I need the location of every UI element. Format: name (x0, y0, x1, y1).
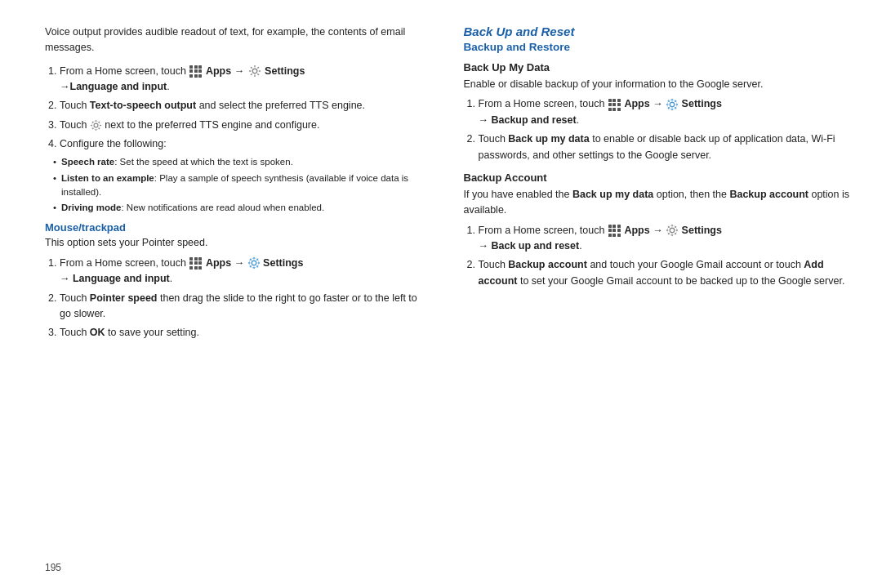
back-up-my-data-intro: Enable or disable backup of your informa… (464, 77, 850, 92)
arrow-1: → (234, 65, 247, 77)
steps-list-1: From a Home screen, touch Apps → Setting… (45, 64, 431, 153)
mouse-step-2: Touch Pointer speed then drag the slide … (60, 291, 431, 323)
svg-point-2 (252, 69, 257, 74)
svg-point-3 (94, 123, 98, 127)
gear-settings-small-icon (90, 119, 102, 131)
left-column: Voice output provides audible readout of… (45, 24, 431, 564)
arrow-back-up-reset-2: → Back up and reset (479, 240, 580, 252)
backup-account-heading: Backup Account (464, 172, 850, 184)
svg-point-10 (667, 225, 677, 235)
intro-text: Voice output provides audible readout of… (45, 24, 431, 56)
svg-point-7 (670, 102, 675, 107)
speech-rate-label: Speech rate (61, 157, 114, 167)
settings-gear-icon-4 (666, 224, 679, 237)
apps-grid-icon-1 (189, 65, 202, 78)
back-up-my-data-inline-bold: Back up my data (572, 189, 653, 200)
backup-account-bold: Backup account (508, 259, 587, 270)
backup-restore-subheading: Backup and Restore (464, 41, 850, 53)
arrow-2: → (234, 257, 247, 269)
right-column: Back Up and Reset Backup and Restore Bac… (464, 24, 850, 564)
bullet-speech-rate: Speech rate: Set the speed at which the … (53, 155, 431, 169)
arrow-backup-reset-1: → Backup and reset (479, 114, 577, 126)
settings-label-3: Settings (682, 98, 722, 109)
ok-label: OK (90, 327, 105, 338)
mouse-step-1: From a Home screen, touch Apps → Setting… (60, 256, 431, 287)
bullet-driving-mode: Driving mode: New notifications are read… (53, 201, 431, 215)
settings-gear-icon-2 (247, 256, 261, 270)
backup-account-intro: If you have enabled the Back up my data … (464, 187, 850, 219)
arrow-3: → (653, 98, 666, 109)
svg-point-4 (91, 121, 100, 129)
apps-grid-icon-4 (608, 225, 621, 237)
arrow-4: → (653, 225, 666, 236)
mouse-trackpad-heading: Mouse/trackpad (45, 221, 431, 234)
settings-gear-icon-3 (666, 98, 679, 111)
driving-mode-label: Driving mode (61, 203, 121, 212)
page-number: 195 (45, 562, 61, 573)
settings-label-2: Settings (263, 257, 303, 269)
tts-output-label: Text-to-speech output (90, 100, 196, 111)
back-up-step-2: Touch Back up my data to enable or disab… (479, 131, 850, 163)
mouse-intro-text: This option sets your Pointer speed. (45, 235, 431, 251)
mouse-step-3: Touch OK to save your setting. (60, 325, 431, 341)
mouse-steps-list: From a Home screen, touch Apps → Setting… (45, 256, 431, 341)
apps-grid-icon-3 (608, 99, 621, 111)
arrow-language-2: → Language and input (60, 273, 170, 284)
main-heading: Back Up and Reset (464, 24, 850, 38)
listen-example-label: Listen to an example (61, 173, 154, 183)
step-1: From a Home screen, touch Apps → Setting… (60, 64, 431, 96)
backup-account-inline-bold: Backup account (729, 189, 808, 200)
settings-label-1: Settings (265, 65, 305, 77)
backup-account-step-2: Touch Backup account and touch your Goog… (479, 257, 850, 289)
apps-label-2: Apps (206, 257, 231, 269)
settings-label-4: Settings (682, 225, 722, 236)
back-up-steps-list: From a Home screen, touch Apps → Setting… (464, 96, 850, 163)
step-4: Configure the following: (60, 136, 431, 152)
apps-label-3: Apps (624, 98, 649, 109)
svg-point-8 (667, 100, 677, 109)
apps-label-1: Apps (206, 65, 231, 77)
back-up-my-data-bold: Back up my data (508, 133, 589, 145)
bullet-listen-example: Listen to an example: Play a sample of s… (53, 172, 431, 200)
back-up-my-data-heading: Back Up My Data (464, 61, 850, 74)
bullet-list: Speech rate: Set the speed at which the … (45, 155, 431, 215)
svg-point-9 (670, 229, 675, 234)
pointer-speed-label: Pointer speed (90, 292, 158, 304)
svg-point-5 (252, 261, 256, 266)
backup-account-steps-list: From a Home screen, touch Apps → Setting… (464, 223, 850, 290)
apps-grid-icon-2 (189, 257, 202, 270)
back-up-step-1: From a Home screen, touch Apps → Setting… (479, 96, 850, 128)
svg-point-6 (249, 258, 259, 268)
arrow-language: →Language and input (60, 81, 167, 92)
step-2: Touch Text-to-speech output and select t… (60, 98, 431, 114)
settings-gear-icon-1 (248, 65, 261, 78)
apps-label-4: Apps (624, 225, 649, 236)
backup-account-step-1: From a Home screen, touch Apps → Setting… (479, 223, 850, 255)
step-3: Touch next to the preferred TTS engine a… (60, 118, 431, 133)
